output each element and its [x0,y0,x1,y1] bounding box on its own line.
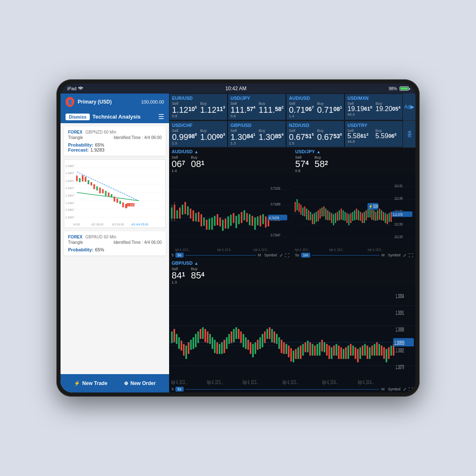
svg-rect-216 [279,337,280,349]
svg-rect-29 [108,192,109,197]
svg-rect-123 [335,213,336,223]
device-label: iPad [67,86,76,91]
chart-canvas-usdjpy: ⚡ 500 111.61 111.59 111.57 111.55 111.53 [293,174,415,252]
new-order-button[interactable]: ⊕ New Order [124,380,156,386]
svg-rect-221 [290,348,292,362]
signal-stats-2: Probability: 65% [68,247,162,252]
svg-rect-199 [238,329,240,339]
new-order-icon: ⊕ [124,380,128,386]
hamburger-button[interactable]: ☰ [158,113,164,121]
up-arrow-icon-usdjpy: ▲ [316,149,321,154]
tf-5s-button-gbp[interactable]: 5s [175,387,184,392]
svg-rect-117 [324,206,325,216]
ticker-gbpusd[interactable]: GBP/USD Sell 1.30841 1.3 Buy [228,121,286,147]
ticker-usdchf[interactable]: USD/CHF Sell 0.99988 1.5 Buy [170,121,227,147]
svg-rect-238 [331,347,332,359]
svg-rect-206 [255,342,256,354]
signal-stats-1: Probability: 65% Forecast: 1.9283 [68,142,162,152]
svg-rect-114 [318,210,319,222]
svg-text:14:00: 14:00 [73,223,80,226]
svg-text:Apr 4, 10:2...: Apr 4, 10:2... [329,248,344,252]
svg-rect-80 [254,218,256,230]
svg-rect-213 [271,329,273,342]
sidebar-header-text: Primary (USD) [78,99,141,105]
avatar: 👤 [66,97,74,107]
svg-rect-178 [188,342,190,354]
sidebar-body[interactable]: FOREX GBPNZD 60 Min Triangle Identified … [61,123,169,374]
svg-rect-148 [383,212,384,221]
ticker-audusd[interactable]: AUD/USD Sell 0.71067 1.4 Buy [286,94,344,120]
ticker-eurusd[interactable]: EUR/USD Sell 1.12105 0.8 Buy [170,94,227,120]
svg-rect-27 [102,189,104,193]
symbol-label-gbpusd[interactable]: Symbol [388,387,400,391]
svg-rect-34 [122,203,124,208]
svg-rect-192 [221,342,223,354]
svg-rect-220 [288,346,290,357]
svg-rect-128 [344,212,346,221]
svg-rect-125 [339,210,340,220]
svg-rect-22 [88,180,89,184]
svg-rect-226 [302,344,304,356]
svg-text:1.9447: 1.9447 [65,180,74,182]
svg-text:Apr 4, 10:4...: Apr 4, 10:4... [322,379,338,385]
add-ticker-button-2[interactable]: ¥$€ [403,121,415,147]
fullscreen-icon-usdjpy[interactable]: ⛶ [409,253,413,258]
svg-rect-224 [297,347,299,359]
svg-rect-234 [321,340,323,352]
svg-rect-72 [233,213,235,223]
symbol-label-usdjpy[interactable]: Symbol [388,253,400,257]
chart-line [185,255,256,256]
ticker-usdmxn[interactable]: USD/MXN Sell 19.19610 44.4 Buy [345,94,403,120]
svg-rect-73 [235,216,237,228]
charts-top-row: AUD/USD ▲ Sell 067 1.4 [169,148,415,258]
svg-rect-257 [376,342,378,356]
svg-text:1.9467: 1.9467 [65,172,74,175]
ticker-usdjpy[interactable]: USD/JPY Sell 111.574 0.8 Buy [228,94,286,120]
new-trade-button[interactable]: ⚡ New Trade [74,380,107,386]
svg-rect-21 [85,177,86,182]
svg-rect-110 [310,212,311,220]
svg-rect-200 [240,332,242,343]
expand-icon-audusd[interactable]: ⤢ [279,253,283,258]
fullscreen-icon-audusd[interactable]: ⛶ [285,253,289,258]
svg-rect-239 [333,346,335,356]
svg-rect-227 [305,342,306,352]
svg-rect-54 [185,202,186,214]
account-name: Primary (USD) [78,99,141,105]
svg-rect-196 [231,332,233,343]
svg-rect-32 [116,199,118,203]
svg-rect-51 [176,210,178,219]
svg-text:1.9358: 1.9358 [127,204,136,207]
svg-rect-255 [371,346,373,356]
fullscreen-icon-gbpusd[interactable]: ⛶ [409,387,413,392]
expand-icon-usdjpy[interactable]: ⤢ [403,253,406,258]
symbol-label-audusd[interactable]: Symbol [264,253,277,257]
svg-rect-230 [312,344,314,356]
svg-rect-204 [250,342,251,354]
svg-rect-52 [179,208,181,219]
pair-name-gbpusd: GBP/USD [230,123,283,128]
add-ticker-button[interactable]: Ad▶ [403,94,415,120]
svg-rect-183 [200,329,201,339]
dismiss-button[interactable]: Dismiss [66,114,90,120]
new-trade-label: New Trade [82,380,107,386]
svg-rect-245 [347,346,349,359]
expand-icon-gbpusd[interactable]: ⤢ [403,387,406,392]
svg-rect-63 [209,219,210,230]
tf-5s-button[interactable]: 5s [175,253,184,258]
sidebar-header-row: Primary (USD) 100,000.00 [78,99,164,105]
ticker-usdtry[interactable]: USD/TRY Sell 5.58612 44.8 Buy [345,121,403,147]
svg-rect-191 [219,344,220,354]
tf-1m-button[interactable]: 1m [301,253,311,258]
svg-rect-172 [173,329,175,342]
svg-rect-185 [205,329,206,342]
chart-line-gbp [185,389,380,390]
ticker-nzdusd[interactable]: NZD/USD Sell 0.67515 1.5 Buy [286,121,344,147]
chart-panel-audusd: AUD/USD ▲ Sell 067 1.4 [169,148,292,258]
new-trade-icon: ⚡ [74,380,80,386]
svg-text:Apr 4, 10:3...: Apr 4, 10:3... [243,379,258,385]
ticker-row-1: EUR/USD Sell 1.12105 0.8 Buy [169,94,415,121]
pair-name-usdjpy: USD/JPY [230,96,283,101]
svg-rect-112 [314,213,315,224]
svg-rect-61 [203,218,205,226]
